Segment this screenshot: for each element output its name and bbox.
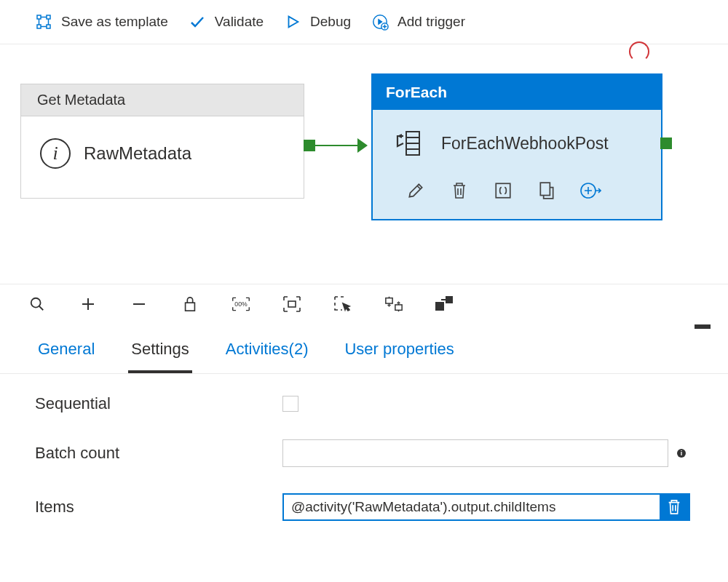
connector-output-handle[interactable] — [304, 140, 315, 151]
activity-name: ForEachWebhookPost — [441, 134, 609, 154]
items-clear-button[interactable] — [660, 495, 689, 519]
foreach-icon — [395, 129, 424, 158]
debug-button[interactable]: Debug — [284, 13, 351, 31]
activity-body: ForEachWebhookPost — [373, 110, 661, 172]
checkmark-icon — [189, 13, 206, 31]
connector-arrow-head-icon — [357, 138, 368, 153]
setting-sequential: Sequential — [35, 394, 693, 413]
activity-type-label: ForEach — [373, 75, 661, 110]
panel-resize-handle[interactable] — [695, 324, 711, 329]
tab-settings[interactable]: Settings — [128, 332, 192, 373]
edit-button[interactable] — [405, 180, 427, 202]
search-button[interactable] — [28, 295, 47, 314]
activity-name: RawMetadata — [84, 143, 191, 164]
pipeline-toolbar: Save as template Validate Debug Add trig… — [0, 0, 728, 44]
items-expression-field: @activity('RawMetadata').output.childIte… — [282, 493, 690, 521]
zoom-percent-button[interactable]: 00% — [232, 295, 250, 314]
fit-screen-button[interactable] — [282, 295, 301, 314]
svg-rect-11 — [186, 303, 195, 311]
svg-rect-7 — [496, 183, 510, 198]
svg-rect-14 — [386, 298, 392, 303]
add-trigger-button[interactable]: Add trigger — [371, 13, 465, 31]
activity-body: i RawMetadata — [21, 116, 304, 198]
svg-rect-18 — [441, 299, 447, 300]
validation-indicator-icon — [629, 41, 649, 62]
batch-count-input[interactable] — [282, 439, 668, 467]
items-label: Items — [35, 498, 282, 517]
minimap-button[interactable] — [435, 295, 454, 314]
batch-count-label: Batch count — [35, 444, 282, 463]
save-template-icon — [35, 13, 52, 31]
svg-rect-15 — [395, 305, 402, 310]
canvas-controls: 00% — [0, 284, 728, 324]
add-trigger-icon — [371, 13, 389, 31]
validate-button[interactable]: Validate — [189, 13, 264, 31]
zoom-out-button[interactable] — [130, 295, 149, 314]
info-icon: i — [40, 138, 71, 169]
play-icon — [284, 13, 301, 31]
setting-batch-count: Batch count i — [35, 439, 693, 467]
settings-panel: Sequential Batch count i Items @activity… — [0, 374, 728, 567]
svg-rect-13 — [288, 301, 296, 307]
svg-rect-16 — [435, 302, 444, 311]
lock-button[interactable] — [181, 295, 199, 314]
zoom-in-button[interactable] — [79, 295, 98, 314]
svg-rect-3 — [47, 25, 50, 28]
code-button[interactable] — [492, 180, 514, 202]
auto-arrange-button[interactable] — [384, 295, 403, 314]
items-input[interactable]: @activity('RawMetadata').output.childIte… — [284, 495, 660, 519]
activity-get-metadata[interactable]: Get Metadata i RawMetadata — [20, 84, 304, 199]
add-trigger-label: Add trigger — [397, 14, 465, 30]
activity-actions — [373, 172, 661, 219]
tab-activities[interactable]: Activities(2) — [223, 332, 312, 373]
properties-tabs: General Settings Activities(2) User prop… — [0, 324, 728, 374]
sequential-label: Sequential — [35, 394, 282, 413]
validate-label: Validate — [215, 14, 264, 30]
activity-type-label: Get Metadata — [21, 84, 304, 116]
info-tooltip-icon[interactable]: i — [677, 449, 686, 458]
activity-foreach[interactable]: ForEach ForEachWebhookPost — [371, 73, 662, 220]
svg-text:00%: 00% — [234, 300, 248, 308]
tab-user-properties[interactable]: User properties — [341, 332, 456, 373]
pipeline-canvas[interactable]: Get Metadata i RawMetadata ForEach ForEa… — [0, 44, 728, 284]
svg-point-10 — [31, 298, 41, 308]
svg-rect-2 — [37, 25, 41, 28]
copy-button[interactable] — [536, 180, 558, 202]
connector-input-handle[interactable] — [660, 137, 672, 149]
connector-arrow-line — [315, 145, 360, 146]
debug-label: Debug — [310, 14, 351, 30]
tab-general[interactable]: General — [35, 332, 98, 373]
delete-button[interactable] — [448, 180, 470, 202]
setting-items: Items @activity('RawMetadata').output.ch… — [35, 493, 693, 521]
selection-button[interactable] — [333, 295, 352, 314]
save-template-label: Save as template — [61, 14, 168, 30]
svg-rect-0 — [37, 15, 41, 19]
svg-rect-8 — [540, 183, 550, 195]
sequential-checkbox[interactable] — [282, 396, 298, 412]
add-activity-button[interactable] — [579, 180, 601, 202]
save-template-button[interactable]: Save as template — [35, 13, 168, 31]
svg-rect-1 — [47, 15, 50, 19]
